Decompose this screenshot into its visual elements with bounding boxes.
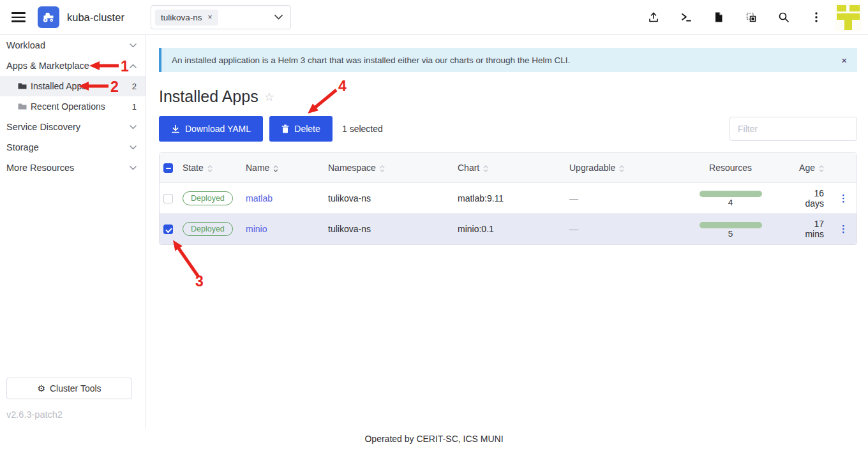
sidebar-item-service-discovery[interactable]: Service Discovery <box>0 117 146 137</box>
kubectl-shell-icon[interactable] <box>680 11 692 23</box>
column-header-chart[interactable]: Chart <box>451 153 563 183</box>
sort-icon <box>273 165 278 172</box>
column-header-name[interactable]: Name <box>239 153 322 183</box>
file-icon[interactable] <box>713 11 724 23</box>
trash-icon <box>281 124 289 133</box>
namespace-cell: tulikova-ns <box>322 214 451 244</box>
cluster-tools-button[interactable]: ⚙ Cluster Tools <box>6 378 132 399</box>
resources-count: 5 <box>728 229 733 239</box>
chevron-down-icon <box>130 145 137 150</box>
namespace-chip-label: tulikova-ns <box>161 13 202 22</box>
column-header-upgradable[interactable]: Upgradable <box>563 153 675 183</box>
page-title: Installed Apps <box>159 87 258 106</box>
table-row-matlab: Deployed matlab tulikova-ns matlab:9.11 … <box>160 183 857 214</box>
sidebar-item-workload[interactable]: Workload <box>0 35 146 55</box>
sidebar-item-apps-marketplace[interactable]: Apps & Marketplace <box>0 55 146 76</box>
version-label: v2.6.3-patch2 <box>6 409 63 420</box>
download-yaml-label: Download YAML <box>185 124 251 134</box>
download-yaml-button[interactable]: Download YAML <box>159 116 263 142</box>
sidebar-item-label: Service Discovery <box>6 122 80 132</box>
sidebar-item-label: Workload <box>6 40 45 50</box>
sidebar-item-label: Storage <box>6 142 39 152</box>
hamburger-menu-icon[interactable] <box>11 10 26 25</box>
main-content: An installed application is a Helm 3 cha… <box>146 35 868 429</box>
sort-icon <box>380 165 385 172</box>
table-row-minio: Deployed minio tulikova-ns minio:0.1 — 5… <box>160 214 857 244</box>
column-header-namespace[interactable]: Namespace <box>322 153 451 183</box>
chevron-down-icon <box>274 15 283 20</box>
chevron-down-icon <box>130 125 137 129</box>
sidebar-item-label: Recent Operations <box>31 101 105 112</box>
delete-button[interactable]: Delete <box>269 116 333 142</box>
sidebar: Workload Apps & Marketplace Installed Ap… <box>0 35 146 429</box>
chart-cell: matlab:9.11 <box>451 183 563 214</box>
copy-icon[interactable] <box>745 11 757 23</box>
folder-icon <box>18 82 27 90</box>
namespace-chip[interactable]: tulikova-ns × <box>155 10 218 26</box>
chevron-down-icon <box>130 166 137 170</box>
sidebar-item-storage[interactable]: Storage <box>0 137 146 158</box>
namespace-filter-select[interactable]: tulikova-ns × <box>151 5 291 29</box>
upload-icon[interactable] <box>648 11 659 23</box>
folder-icon <box>18 103 27 110</box>
namespace-cell: tulikova-ns <box>322 183 451 214</box>
banner-close-icon[interactable]: × <box>841 55 847 65</box>
column-header-age[interactable]: Age <box>786 153 830 183</box>
row-kebab-menu-icon[interactable]: ⋮ <box>839 193 848 203</box>
sidebar-nav: Workload Apps & Marketplace Installed Ap… <box>0 35 146 178</box>
cluster-tools-label: Cluster Tools <box>50 383 101 394</box>
top-bar: kuba-cluster tulikova-ns × <box>0 0 868 35</box>
sort-icon <box>819 165 824 172</box>
top-action-icons <box>648 11 822 23</box>
sidebar-item-label: Installed Apps <box>31 81 86 91</box>
row-checkbox[interactable] <box>163 224 173 234</box>
sidebar-item-recent-operations[interactable]: Recent Operations 1 <box>0 96 146 117</box>
column-header-state[interactable]: State <box>176 153 239 183</box>
rancher-logo-icon[interactable] <box>38 6 59 28</box>
sidebar-item-count: 2 <box>132 82 137 91</box>
namespace-chip-remove-icon[interactable]: × <box>208 13 213 21</box>
installed-apps-table: State Name Namespace Chart Upgradable Re… <box>159 152 857 245</box>
sort-icon <box>483 165 488 172</box>
download-icon <box>171 124 180 133</box>
info-banner: An installed application is a Helm 3 cha… <box>159 48 857 72</box>
row-checkbox[interactable] <box>163 194 173 203</box>
search-icon[interactable] <box>778 11 789 23</box>
upgradable-cell: — <box>569 193 578 203</box>
toolbar: Download YAML Delete 1 selected <box>159 116 857 142</box>
kebab-menu-icon[interactable] <box>811 11 822 23</box>
table-header-row: State Name Namespace Chart Upgradable Re… <box>160 153 857 183</box>
upgradable-cell: — <box>569 224 578 234</box>
gear-icon: ⚙ <box>37 383 45 394</box>
age-cell: 16 days <box>786 183 830 214</box>
age-cell: 17 mins <box>786 214 830 244</box>
sort-icon <box>619 165 624 172</box>
resources-bar <box>700 191 762 197</box>
footer: Operated by CERIT-SC, ICS MUNI <box>0 429 868 449</box>
resources-bar <box>700 222 762 228</box>
chevron-up-icon <box>130 64 137 68</box>
chart-cell: minio:0.1 <box>451 214 563 244</box>
info-banner-text: An installed application is a Helm 3 cha… <box>172 55 570 65</box>
cluster-name: kuba-cluster <box>67 11 124 24</box>
sidebar-item-count: 1 <box>132 102 137 112</box>
sidebar-item-label: More Resources <box>6 163 74 173</box>
chevron-down-icon <box>130 43 137 48</box>
column-header-resources: Resources <box>675 153 786 183</box>
delete-label: Delete <box>294 124 320 134</box>
row-kebab-menu-icon[interactable]: ⋮ <box>839 223 848 234</box>
sidebar-item-more-resources[interactable]: More Resources <box>0 158 146 178</box>
sidebar-item-installed-apps[interactable]: Installed Apps 2 <box>0 76 146 96</box>
status-badge: Deployed <box>183 191 233 205</box>
filter-input[interactable] <box>730 117 857 141</box>
selected-count: 1 selected <box>342 124 383 134</box>
sort-icon <box>207 165 213 172</box>
status-badge: Deployed <box>183 222 233 236</box>
select-all-checkbox[interactable] <box>163 163 173 173</box>
favorite-star-icon[interactable]: ☆ <box>264 90 274 104</box>
app-name-link[interactable]: minio <box>246 224 267 234</box>
muni-brand-logo[interactable] <box>835 3 862 31</box>
resources-count: 4 <box>728 198 733 207</box>
footer-text: Operated by CERIT-SC, ICS MUNI <box>364 434 503 444</box>
app-name-link[interactable]: matlab <box>246 193 273 203</box>
